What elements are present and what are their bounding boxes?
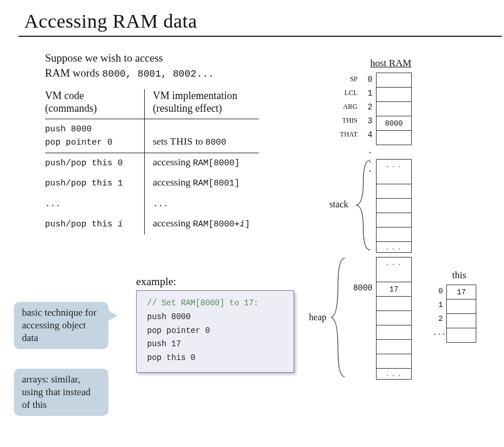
r3-right-prefix: accessing	[153, 177, 193, 188]
callout-object-data: basic technique for accessing object dat…	[14, 302, 108, 349]
heap-cell-b	[376, 297, 412, 311]
this-idx-1: 1	[432, 301, 443, 309]
r5-right: accessing RAM[8000+i]	[145, 214, 259, 234]
header-right-l1: VM implementation	[153, 90, 237, 101]
callout-arrays: arrays: similar, using that instead of t…	[14, 369, 108, 416]
seg-lcl: LCL	[337, 89, 358, 97]
this-cell-2	[446, 314, 476, 328]
ram-cell-3: 8000	[376, 116, 412, 131]
stack-cell-d	[376, 213, 412, 228]
this-cells: 17	[446, 285, 476, 343]
heap-cells: . . . 17 . . .	[376, 257, 412, 380]
seg-this: THIS	[337, 116, 358, 125]
ram-title: host RAM	[370, 58, 411, 69]
stack-cell-c	[376, 199, 412, 213]
this-idx-0: 0	[432, 287, 443, 296]
r5-right-close: ]	[245, 219, 250, 229]
title-prefix: Accessing	[24, 10, 112, 32]
idx-4: 4	[361, 130, 373, 139]
title-suffix: data	[158, 10, 197, 32]
code-l4: pop this 0	[147, 351, 285, 365]
heap-cell-e	[376, 340, 412, 354]
idx-3: 3	[361, 116, 373, 126]
r2-right-prefix: accessing	[153, 157, 193, 168]
r1-l1: push 8000	[45, 124, 92, 134]
title-divider	[18, 36, 502, 37]
r5-left-prefix: push/pop this	[45, 219, 118, 229]
r5-left: push/pop this i	[45, 214, 145, 234]
idx-0: 0	[361, 75, 373, 84]
r4-left: ...	[45, 194, 145, 214]
r3-left: push/pop this 1	[45, 173, 145, 194]
r3-right-mono: RAM[8001]	[193, 179, 239, 188]
this-cell-1	[446, 300, 476, 314]
seg-that: THAT	[337, 130, 358, 139]
r1-right-val: 8000	[205, 138, 226, 147]
r5-right-prefix: accessing	[153, 218, 193, 229]
stack-brace-icon	[353, 159, 375, 251]
heap-cell-a	[376, 268, 412, 282]
slide-title: Accessing RAM data	[24, 10, 486, 32]
seg-arg: ARG	[337, 103, 358, 111]
vm-table: VM code (commands) VM implementation (re…	[45, 89, 259, 235]
example-label: example:	[136, 275, 176, 288]
idx-2: 2	[361, 103, 373, 112]
stack-dots-top: . . .	[376, 159, 412, 170]
vm-table-header: VM code (commands) VM implementation (re…	[45, 89, 259, 119]
intro-text: Suppose we wish to access RAM words 8000…	[45, 51, 486, 81]
r2-right: accessing RAM[8000]	[145, 153, 259, 174]
this-idx-2: 2	[432, 315, 443, 323]
r5-left-i: i	[118, 219, 123, 229]
r1-l2: pop pointer 0	[45, 138, 112, 147]
stack-cell-a	[376, 170, 412, 184]
code-comment: // Set RAM[8000] to 17:	[147, 297, 285, 310]
example-code-box: // Set RAM[8000] to 17: push 8000 pop po…	[136, 290, 294, 373]
intro-line2-nums: 8000, 8001, 8002...	[102, 69, 214, 79]
intro-line1: Suppose we wish to access	[45, 52, 163, 64]
table-row-1: push 8000 pop pointer 0 sets THIS to 800…	[45, 119, 259, 153]
code-l1: push 8000	[147, 310, 285, 324]
r3-right: accessing RAM[8001]	[145, 173, 259, 194]
stack-label: stack	[322, 199, 348, 210]
heap-cell-8000: 17	[376, 282, 412, 297]
r4-right: ...	[145, 194, 259, 214]
header-left-l2: (commands)	[45, 103, 97, 114]
r1-right-to: to	[193, 136, 206, 147]
stack-cells: . . . . . .	[376, 159, 412, 253]
this-idx-dots: ...	[432, 328, 443, 337]
stack-cell-b	[376, 184, 412, 199]
stack-dots-bottom: . . .	[376, 242, 412, 253]
header-left-l1: VM code	[45, 90, 84, 101]
ram-cells-top: 8000	[376, 73, 412, 145]
r1-right-this: THIS	[170, 136, 193, 147]
code-l3: push 17	[147, 338, 285, 351]
ram-cell-0	[376, 73, 412, 88]
stack-cell-e	[376, 228, 412, 242]
r1-right: sets THIS to 8000	[145, 119, 259, 153]
heap-label: heap	[300, 312, 326, 323]
idx-1: 1	[361, 89, 373, 98]
table-row-3: push/pop this 1 accessing RAM[8001]	[45, 173, 259, 194]
heap-dots-bottom: . . .	[376, 369, 412, 380]
this-cell-0: 17	[446, 285, 476, 300]
table-row-5: push/pop this i accessing RAM[8000+i]	[45, 214, 259, 234]
r5-right-open: RAM[8000+	[193, 219, 239, 229]
table-row-4: ... ...	[45, 194, 259, 214]
intro-line2-prefix: RAM words	[45, 67, 102, 79]
heap-cell-c	[376, 311, 412, 325]
code-l2: pop pointer 0	[147, 324, 285, 338]
slide-page: Accessing RAM data Suppose we wish to ac…	[0, 0, 504, 447]
heap-cell-f	[376, 354, 412, 369]
ram-cell-4	[376, 131, 412, 145]
table-row-2: push/pop this 0 accessing RAM[8000]	[45, 153, 259, 174]
ram-cell-1	[376, 88, 412, 102]
heap-dots-top: . . .	[376, 257, 412, 268]
header-right-l2: (resulting effect)	[153, 103, 222, 114]
addr-8000: 8000	[349, 283, 373, 293]
r1-right-prefix: sets	[153, 136, 170, 147]
this-title: this	[452, 270, 467, 281]
seg-sp: SP	[337, 75, 358, 84]
r2-right-mono: RAM[8000]	[193, 158, 239, 168]
ram-cell-2	[376, 102, 412, 116]
r2-left: push/pop this 0	[45, 153, 145, 174]
